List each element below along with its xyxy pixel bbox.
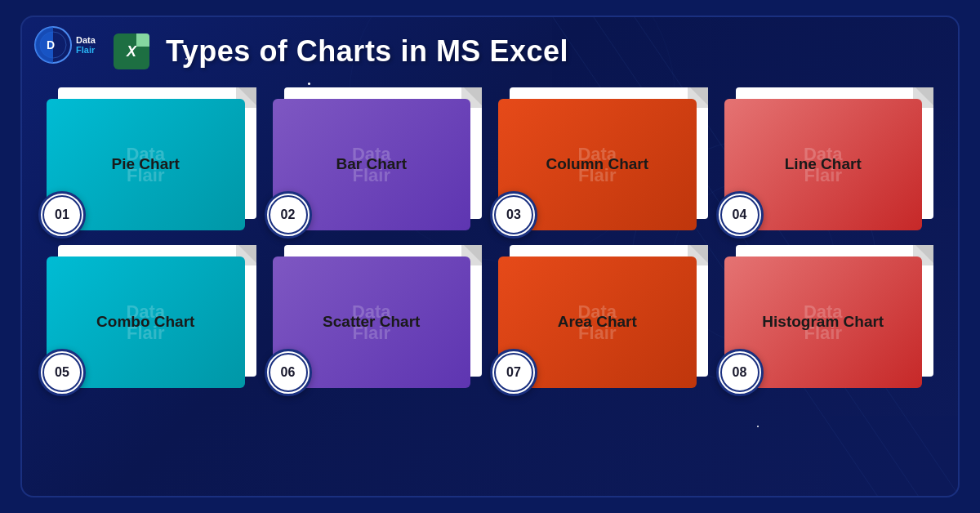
- number-badge-inner: 01: [42, 195, 82, 234]
- number-badge-inner: 08: [720, 353, 760, 392]
- chart-grid: DataFlair Pie Chart 01 DataFlair Bar Cha…: [47, 87, 933, 388]
- number-text: 05: [55, 365, 69, 380]
- number-badge: 03: [490, 191, 537, 239]
- number-text: 01: [55, 207, 69, 222]
- number-badge-inner: 06: [269, 353, 308, 392]
- logo-text: Data Flair: [76, 35, 96, 55]
- excel-icon: X: [114, 33, 149, 69]
- logo-brand2: Flair: [76, 45, 96, 55]
- chart-card-01: DataFlair Pie Chart 01: [47, 87, 256, 230]
- logo-brand: Data: [76, 35, 96, 45]
- chart-card-07: DataFlair Area Chart 07: [498, 245, 708, 388]
- number-badge-inner: 02: [269, 195, 308, 234]
- chart-label: Line Chart: [777, 146, 870, 183]
- chart-label: Bar Chart: [327, 146, 415, 183]
- chart-card-03: DataFlair Column Chart 03: [498, 87, 708, 230]
- number-text: 03: [506, 207, 521, 222]
- chart-label: Column Chart: [537, 146, 657, 183]
- chart-card-05: DataFlair Combo Chart 05: [47, 245, 256, 388]
- excel-letter: X: [127, 43, 136, 60]
- chart-label: Combo Chart: [88, 304, 203, 341]
- chart-card-06: DataFlair Scatter Chart 06: [273, 245, 483, 388]
- number-text: 06: [281, 365, 296, 380]
- number-badge-inner: 07: [494, 353, 533, 392]
- chart-label: Area Chart: [550, 304, 645, 341]
- number-badge: 05: [38, 349, 86, 396]
- number-text: 02: [281, 207, 296, 222]
- chart-label: Pie Chart: [104, 146, 188, 183]
- chart-card-02: DataFlair Bar Chart 02: [273, 87, 483, 230]
- page-title: Types of Charts in MS Excel: [166, 34, 568, 69]
- number-badge-inner: 03: [494, 195, 533, 234]
- chart-label: Scatter Chart: [314, 304, 428, 341]
- number-badge: 07: [490, 349, 537, 396]
- logo: D Data Flair: [33, 25, 96, 65]
- main-container: D Data Flair X Types of Charts in MS Exc…: [20, 16, 960, 497]
- chart-label: Histogram Chart: [754, 304, 892, 341]
- logo-icon: D: [33, 25, 73, 65]
- page-header: X Types of Charts in MS Excel: [47, 33, 933, 69]
- number-badge: 04: [716, 191, 764, 239]
- number-badge: 01: [38, 191, 86, 239]
- number-badge: 06: [265, 349, 312, 396]
- svg-text:D: D: [47, 38, 55, 51]
- number-badge: 02: [265, 191, 312, 239]
- number-text: 04: [733, 207, 747, 222]
- chart-card-08: DataFlair Histogram Chart 08: [724, 245, 934, 388]
- number-text: 07: [506, 365, 521, 380]
- number-badge-inner: 05: [42, 353, 82, 392]
- number-text: 08: [733, 365, 747, 380]
- number-badge-inner: 04: [720, 195, 760, 234]
- chart-card-04: DataFlair Line Chart 04: [724, 87, 934, 230]
- number-badge: 08: [716, 349, 764, 396]
